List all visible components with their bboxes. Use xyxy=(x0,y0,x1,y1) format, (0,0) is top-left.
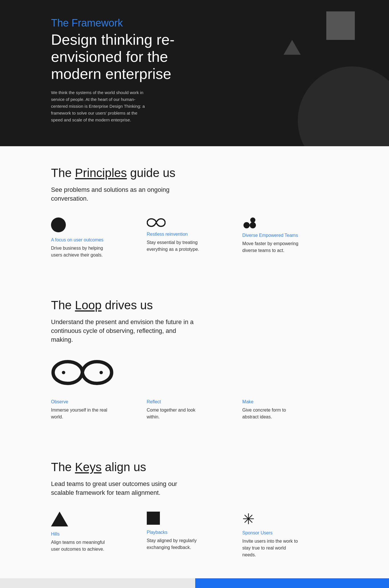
principles-link[interactable]: Principles xyxy=(75,166,127,180)
principles-text-1: Drive business by helping users achieve … xyxy=(51,245,108,259)
keys-label-3: Sponsor Users xyxy=(242,530,327,536)
keys-subtitle: Lead teams to great user outcomes using … xyxy=(51,480,199,497)
loop-link[interactable]: Loop xyxy=(75,298,101,312)
keys-label-2: Playbacks xyxy=(147,530,231,535)
keys-col-2: Playbacks Stay aligned by regularly exch… xyxy=(147,512,243,558)
svg-point-0 xyxy=(244,222,250,228)
people-icon xyxy=(242,217,258,229)
keys-text-3: Invite users into the work to stay true … xyxy=(242,538,299,558)
svg-point-4 xyxy=(81,371,84,375)
hero-description: We think the systems of the world should… xyxy=(51,89,148,123)
next-section-left xyxy=(0,578,195,588)
principles-label-1: A focus on user outcomes xyxy=(51,237,135,243)
loop-col-2: Reflect Come together and look within. xyxy=(147,399,243,420)
principles-text-3: Move faster by empowering diverse teams … xyxy=(242,240,299,254)
loop-col-3: Make Give concrete form to abstract idea… xyxy=(242,399,338,420)
svg-point-1 xyxy=(250,222,256,228)
keys-label-1: Hills xyxy=(51,532,135,537)
loop-subtitle: Understand the present and envision the … xyxy=(51,318,199,344)
asterisk-icon: ✳ xyxy=(242,512,327,526)
principles-text-2: Stay essential by treating everything as… xyxy=(147,239,204,253)
loop-text-3: Give concrete form to abstract ideas. xyxy=(242,407,299,420)
svg-point-2 xyxy=(250,217,255,223)
principles-section: The Principles guide us See problems and… xyxy=(0,146,389,278)
loop-heading: The Loop drives us xyxy=(51,298,338,312)
principles-columns: A focus on user outcomes Drive business … xyxy=(51,217,338,259)
loop-text-2: Come together and look within. xyxy=(147,407,204,420)
infinity-icon xyxy=(147,217,166,228)
svg-point-3 xyxy=(62,371,65,375)
loop-text-1: Immerse yourself in the real world. xyxy=(51,407,108,420)
principles-col-2: Restless reinvention Stay essential by t… xyxy=(147,217,243,259)
keys-col-1: Hills Align teams on meaningful user out… xyxy=(51,512,147,558)
hero-triangle-decoration xyxy=(284,40,301,55)
hero-title-main: Design thinking re-envisioned for the mo… xyxy=(51,31,194,82)
loop-col-1: Observe Immerse yourself in the real wor… xyxy=(51,399,147,420)
principles-col-1: A focus on user outcomes Drive business … xyxy=(51,217,147,259)
triangle-icon xyxy=(51,512,135,528)
keys-section: The Keys align us Lead teams to great us… xyxy=(0,440,389,578)
keys-link[interactable]: Keys xyxy=(75,460,101,474)
keys-text-1: Align teams on meaningful user outcomes … xyxy=(51,539,108,553)
keys-text-2: Stay aligned by regularly exchanging fee… xyxy=(147,537,204,551)
hero-title-blue: The Framework xyxy=(51,17,338,29)
keys-columns: Hills Align teams on meaningful user out… xyxy=(51,512,338,558)
loop-label-1: Observe xyxy=(51,399,135,404)
keys-col-3: ✳ Sponsor Users Invite users into the wo… xyxy=(242,512,338,558)
hero-section: The Framework Design thinking re-envisio… xyxy=(0,0,389,146)
principles-label-2: Restless reinvention xyxy=(147,232,231,237)
loop-label-3: Make xyxy=(242,399,327,404)
loop-label-2: Reflect xyxy=(147,399,231,404)
loop-columns: Observe Immerse yourself in the real wor… xyxy=(51,399,338,420)
principles-heading: The Principles guide us xyxy=(51,166,338,180)
keys-heading: The Keys align us xyxy=(51,460,338,474)
circle-icon xyxy=(51,217,135,233)
loop-section: The Loop drives us Understand the presen… xyxy=(0,278,389,440)
next-section-right[interactable]: Next The Principles xyxy=(195,578,389,588)
loop-icon xyxy=(51,358,338,388)
principles-col-3: Diverse Empowered Teams Move faster by e… xyxy=(242,217,338,259)
principles-subtitle: See problems and solutions as an ongoing… xyxy=(51,186,199,203)
principles-label-3: Diverse Empowered Teams xyxy=(242,233,327,238)
svg-point-5 xyxy=(99,371,103,375)
next-section[interactable]: Next The Principles xyxy=(0,578,389,588)
hero-circle-decoration xyxy=(298,66,389,146)
square-icon xyxy=(147,512,231,526)
